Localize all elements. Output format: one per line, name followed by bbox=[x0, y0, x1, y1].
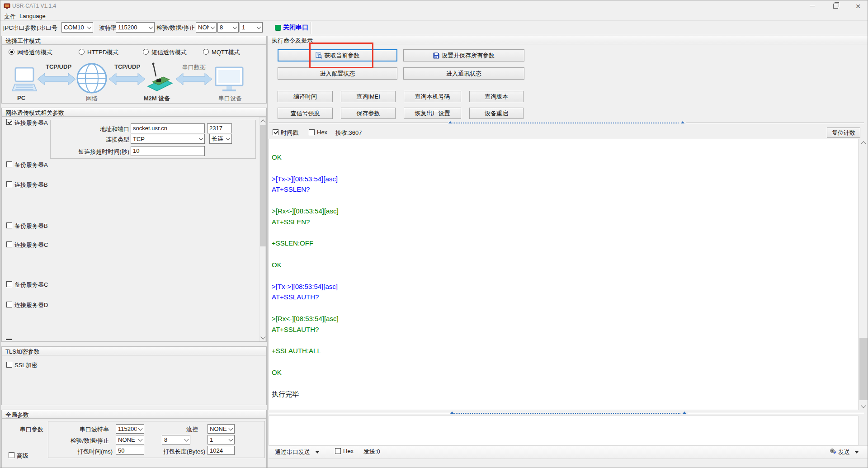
reset-count-button[interactable]: 复位计数 bbox=[827, 128, 860, 138]
log-line: AT+SSLEN? bbox=[272, 217, 858, 227]
splitter-arrow-icon[interactable] bbox=[683, 411, 686, 414]
send-via-dropdown-icon[interactable] bbox=[316, 451, 319, 454]
query-imei-button[interactable]: 查询IMEI bbox=[341, 91, 396, 102]
advanced-label[interactable]: 高级 bbox=[17, 452, 28, 460]
stopbits-select[interactable]: 1 bbox=[240, 22, 263, 33]
log-scroll-up[interactable] bbox=[859, 139, 868, 147]
com-port-select[interactable]: COM10 bbox=[61, 22, 93, 33]
conn-mode-select[interactable]: 长连 bbox=[209, 134, 232, 144]
packlen-input[interactable]: 1024 bbox=[208, 446, 235, 455]
log-line bbox=[272, 270, 858, 281]
log-scrollbar[interactable] bbox=[859, 139, 868, 410]
close-port-button[interactable]: 关闭串口 bbox=[283, 24, 308, 32]
enter-config-button[interactable]: 进入配置状态 bbox=[278, 67, 397, 80]
backup-server-c-label[interactable]: 备份服务器C bbox=[14, 281, 48, 289]
bottom-splitter-handle[interactable] bbox=[454, 413, 680, 414]
log-line: >[Rx<-][08:53:54][asc] bbox=[272, 206, 858, 217]
log-scrollbar-thumb[interactable] bbox=[859, 338, 868, 400]
g-parity-select[interactable]: NONE bbox=[116, 435, 144, 444]
minimize-button[interactable] bbox=[802, 0, 822, 12]
scroll-up-arrow[interactable] bbox=[259, 118, 266, 124]
g-databits-value: 8 bbox=[162, 436, 183, 443]
radio-net-transparent-label[interactable]: 网络透传模式 bbox=[17, 48, 52, 57]
log-scroll-down[interactable] bbox=[859, 402, 868, 410]
databits-select[interactable]: 8 bbox=[217, 22, 239, 33]
log-hex-label[interactable]: Hex bbox=[317, 129, 327, 136]
radio-mqtt-label[interactable]: MQTT模式 bbox=[212, 48, 240, 57]
menu-language[interactable]: Language bbox=[19, 13, 46, 19]
send-dropdown-icon[interactable] bbox=[855, 451, 859, 454]
g-databits-select[interactable]: 8 bbox=[162, 435, 190, 444]
set-save-button[interactable]: 设置并保存所有参数 bbox=[403, 49, 524, 61]
timestamp-checkbox[interactable] bbox=[273, 129, 278, 135]
clipped-item-dash bbox=[6, 339, 12, 340]
send-hex-label[interactable]: Hex bbox=[343, 448, 354, 454]
timestamp-label[interactable]: 时间戳 bbox=[281, 129, 298, 137]
address-input[interactable]: socket.usr.cn bbox=[131, 123, 205, 133]
splitter-arrow-icon[interactable] bbox=[448, 121, 452, 123]
ssl-label[interactable]: SSL加密 bbox=[14, 361, 38, 369]
server-d-checkbox[interactable] bbox=[6, 302, 12, 307]
restore-button[interactable] bbox=[825, 0, 846, 12]
server-c-label[interactable]: 连接服务器C bbox=[14, 241, 48, 249]
link3-label: 串口数据 bbox=[182, 63, 206, 71]
baud-select[interactable]: 115200 bbox=[116, 22, 155, 33]
splitter-arrow-icon[interactable] bbox=[450, 411, 454, 414]
net-params-header: 网络透传模式相关参数 bbox=[2, 108, 266, 117]
packtime-input[interactable]: 50 bbox=[116, 446, 144, 455]
left-scrollbar[interactable] bbox=[259, 117, 266, 341]
compile-time-button[interactable]: 编译时间 bbox=[278, 91, 333, 102]
server-b-label[interactable]: 连接服务器B bbox=[14, 181, 48, 189]
g-baud-select[interactable]: 115200 bbox=[116, 424, 144, 434]
serial-toolbar: [PC串口参数]:串口号 COM10 波特率 115200 检验/数据/停止 N… bbox=[0, 21, 868, 35]
port-input[interactable]: 2317 bbox=[207, 123, 232, 133]
timeout-input[interactable]: 10 bbox=[131, 146, 205, 156]
g-stopbits-select[interactable]: 1 bbox=[208, 435, 235, 444]
server-c-checkbox[interactable] bbox=[6, 241, 12, 247]
backup-server-c-checkbox[interactable] bbox=[6, 281, 12, 287]
factory-reset-button[interactable]: 恢复出厂设置 bbox=[404, 108, 461, 119]
log-output[interactable]: OK >[Tx->][08:53:54][asc]AT+SSLEN? >[Rx<… bbox=[269, 139, 859, 410]
backup-server-a-checkbox[interactable] bbox=[6, 161, 12, 167]
query-number-button[interactable]: 查询本机号码 bbox=[404, 91, 461, 102]
backup-server-a-label[interactable]: 备份服务器A bbox=[14, 161, 48, 169]
top-splitter-handle[interactable] bbox=[453, 123, 679, 123]
send-icon[interactable] bbox=[830, 448, 837, 455]
ssl-checkbox[interactable] bbox=[6, 362, 12, 368]
server-a-checkbox[interactable] bbox=[6, 119, 12, 125]
server-a-label[interactable]: 连接服务器A bbox=[14, 119, 48, 127]
conn-type-select[interactable]: TCP bbox=[131, 134, 205, 144]
radio-mqtt[interactable] bbox=[203, 49, 209, 55]
scroll-down-arrow[interactable] bbox=[259, 334, 266, 341]
radio-httpd-label[interactable]: HTTPD模式 bbox=[87, 48, 118, 57]
chevron-up-icon bbox=[861, 141, 866, 146]
close-button[interactable]: ✕ bbox=[848, 0, 868, 12]
query-signal-button[interactable]: 查信号强度 bbox=[278, 108, 333, 119]
send-button[interactable]: 发送 bbox=[838, 448, 850, 456]
radio-httpd[interactable] bbox=[79, 49, 85, 55]
radio-sms-label[interactable]: 短信透传模式 bbox=[151, 48, 187, 57]
parity-select[interactable]: NONI bbox=[196, 22, 217, 33]
g-flow-select[interactable]: NONE bbox=[208, 424, 235, 434]
menu-file[interactable]: 文件 bbox=[4, 13, 16, 21]
backup-server-b-checkbox[interactable] bbox=[6, 222, 12, 228]
databits-value: 8 bbox=[218, 24, 231, 31]
radio-sms[interactable] bbox=[143, 49, 149, 55]
log-hex-checkbox[interactable] bbox=[309, 129, 315, 135]
save-params-button[interactable]: 保存参数 bbox=[341, 108, 396, 119]
device-restart-button[interactable]: 设备重启 bbox=[469, 108, 524, 119]
server-b-checkbox[interactable] bbox=[6, 181, 12, 187]
advanced-checkbox[interactable] bbox=[9, 452, 14, 458]
backup-server-b-label[interactable]: 备份服务器B bbox=[14, 222, 48, 230]
close-icon: ✕ bbox=[855, 3, 861, 10]
send-via-serial-button[interactable]: 通过串口发送 bbox=[275, 448, 310, 456]
send-input-area[interactable] bbox=[269, 416, 859, 445]
query-version-button[interactable]: 查询版本 bbox=[469, 91, 524, 102]
node2-label: 网络 bbox=[83, 95, 101, 103]
radio-net-transparent[interactable] bbox=[9, 49, 14, 55]
left-scrollbar-thumb[interactable] bbox=[260, 125, 266, 246]
splitter-arrow-icon[interactable] bbox=[681, 121, 684, 123]
server-d-label[interactable]: 连接服务器D bbox=[14, 301, 48, 309]
enter-comm-button[interactable]: 进入通讯状态 bbox=[403, 67, 524, 80]
send-hex-checkbox[interactable] bbox=[335, 448, 341, 454]
